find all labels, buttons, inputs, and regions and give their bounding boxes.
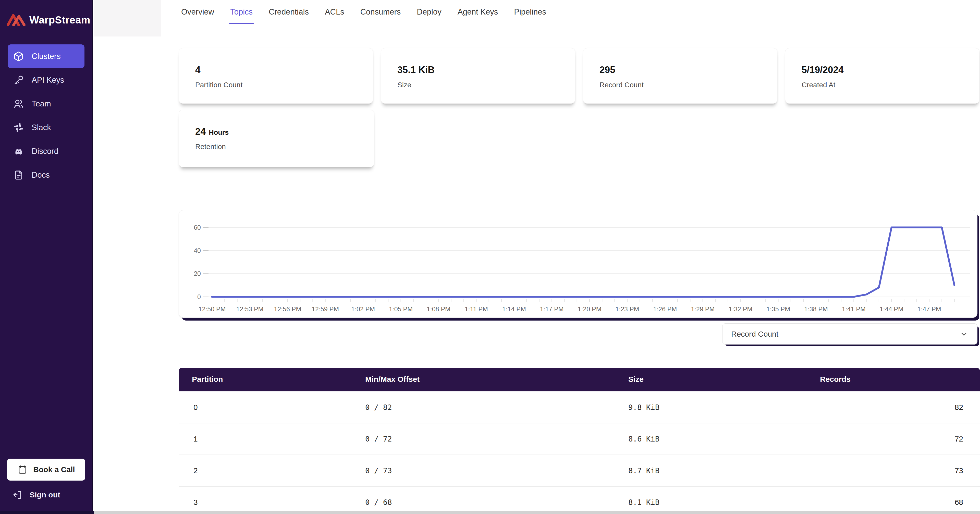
- sidebar-item-discord[interactable]: Discord: [8, 139, 84, 163]
- log-out-icon: [12, 490, 23, 500]
- cell-partition: 3: [179, 498, 365, 507]
- brand: WarpStream: [0, 0, 92, 27]
- retention-label: Retention: [195, 143, 374, 151]
- tab-overview[interactable]: Overview: [181, 0, 214, 24]
- svg-text:1:47 PM: 1:47 PM: [918, 306, 941, 313]
- column-header-records: Records: [820, 375, 980, 384]
- tab-topics[interactable]: Topics: [230, 0, 253, 24]
- tab-consumers[interactable]: Consumers: [360, 0, 401, 24]
- cell-size: 8.7 KiB: [628, 466, 820, 475]
- svg-text:1:17 PM: 1:17 PM: [540, 306, 564, 313]
- book-a-call-button[interactable]: Book a Call: [7, 458, 85, 481]
- svg-text:12:50 PM: 12:50 PM: [198, 306, 226, 313]
- slack-logo-icon: [13, 122, 24, 133]
- cell-records: 68: [820, 498, 980, 507]
- header-placeholder: [94, 0, 161, 37]
- svg-text:1:08 PM: 1:08 PM: [427, 306, 450, 313]
- stat-label: Size: [397, 81, 575, 89]
- svg-text:60: 60: [194, 224, 201, 231]
- stat-cards-row: 4Partition Count35.1 KiBSize295Record Co…: [179, 48, 980, 103]
- document-icon: [13, 170, 24, 180]
- partitions-table: PartitionMin/Max OffsetSizeRecords 00 / …: [179, 368, 980, 514]
- app-root: WarpStream ClustersAPI KeysTeamSlackDisc…: [0, 0, 980, 514]
- line-chart: 020406012:50 PM12:53 PM12:56 PM12:59 PM1…: [179, 210, 977, 317]
- svg-text:1:26 PM: 1:26 PM: [653, 306, 677, 313]
- cell-size: 8.6 KiB: [628, 434, 820, 443]
- sidebar-item-label: Clusters: [32, 52, 61, 61]
- svg-text:12:59 PM: 12:59 PM: [312, 306, 339, 313]
- calendar-icon: [18, 465, 27, 475]
- sidebar-item-api-keys[interactable]: API Keys: [8, 68, 84, 92]
- svg-text:1:32 PM: 1:32 PM: [729, 306, 752, 313]
- cell-min-max-offset: 0 / 73: [365, 466, 628, 475]
- svg-text:1:44 PM: 1:44 PM: [880, 306, 904, 313]
- svg-text:1:29 PM: 1:29 PM: [691, 306, 714, 313]
- svg-text:1:02 PM: 1:02 PM: [351, 306, 375, 313]
- retention-card: 24Hours Retention: [179, 110, 374, 167]
- stat-label: Created At: [802, 81, 979, 89]
- svg-text:1:05 PM: 1:05 PM: [389, 306, 413, 313]
- sidebar-item-slack[interactable]: Slack: [8, 116, 84, 139]
- sign-out-button[interactable]: Sign out: [12, 490, 60, 500]
- cell-records: 73: [820, 466, 980, 475]
- svg-text:1:23 PM: 1:23 PM: [615, 306, 639, 313]
- bottom-scrollbar-left: [0, 511, 94, 514]
- svg-text:40: 40: [194, 247, 201, 254]
- stat-card-partition-count: 4Partition Count: [179, 48, 373, 103]
- table-row[interactable]: 00 / 829.8 KiB82: [179, 392, 980, 423]
- bottom-scrollbar[interactable]: [0, 511, 980, 514]
- sidebar-item-team[interactable]: Team: [8, 92, 84, 116]
- retention-value: 24Hours: [195, 126, 374, 137]
- sidebar-item-clusters[interactable]: Clusters: [8, 45, 84, 68]
- table-row[interactable]: 30 / 688.1 KiB68: [179, 486, 980, 514]
- cell-partition: 0: [179, 403, 365, 412]
- tab-bar: OverviewTopicsCredentialsACLsConsumersDe…: [179, 0, 980, 24]
- svg-text:12:56 PM: 12:56 PM: [274, 306, 301, 313]
- cell-min-max-offset: 0 / 82: [365, 403, 628, 412]
- cell-size: 9.8 KiB: [628, 403, 820, 412]
- svg-text:12:53 PM: 12:53 PM: [236, 306, 263, 313]
- cube-icon: [13, 51, 24, 62]
- tab-deploy[interactable]: Deploy: [417, 0, 442, 24]
- tab-agent-keys[interactable]: Agent Keys: [458, 0, 498, 24]
- tab-credentials[interactable]: Credentials: [269, 0, 309, 24]
- stat-card-record-count: 295Record Count: [583, 48, 777, 103]
- sidebar-nav: ClustersAPI KeysTeamSlackDiscordDocs: [0, 45, 92, 187]
- cell-min-max-offset: 0 / 68: [365, 498, 628, 507]
- svg-text:1:14 PM: 1:14 PM: [502, 306, 526, 313]
- sign-out-label: Sign out: [30, 490, 60, 499]
- table-header-row: PartitionMin/Max OffsetSizeRecords: [179, 368, 980, 392]
- svg-text:20: 20: [194, 270, 201, 277]
- svg-text:1:11 PM: 1:11 PM: [465, 306, 488, 313]
- stat-value: 4: [195, 65, 373, 75]
- brand-name: WarpStream: [29, 14, 90, 26]
- sidebar-item-label: Discord: [32, 147, 59, 156]
- stat-value: 295: [600, 65, 777, 75]
- cell-size: 8.1 KiB: [628, 498, 820, 507]
- users-icon: [13, 99, 24, 109]
- record-count-chart: 020406012:50 PM12:53 PM12:56 PM12:59 PM1…: [179, 210, 977, 318]
- bottom-scrollbar-track: [94, 511, 980, 514]
- sidebar-item-label: API Keys: [32, 76, 64, 85]
- table-row[interactable]: 10 / 728.6 KiB72: [179, 423, 980, 455]
- sidebar-item-label: Slack: [32, 123, 51, 132]
- stat-value: 35.1 KiB: [397, 65, 575, 75]
- book-a-call-label: Book a Call: [33, 465, 75, 474]
- svg-text:1:35 PM: 1:35 PM: [767, 306, 790, 313]
- table-row[interactable]: 20 / 738.7 KiB73: [179, 455, 980, 486]
- metric-select-value: Record Count: [731, 330, 778, 338]
- cell-records: 72: [820, 434, 980, 443]
- stat-card-size: 35.1 KiBSize: [381, 48, 575, 103]
- svg-text:1:38 PM: 1:38 PM: [804, 306, 828, 313]
- metric-select[interactable]: Record Count: [722, 323, 977, 345]
- sidebar-item-docs[interactable]: Docs: [8, 163, 84, 187]
- tab-acls[interactable]: ACLs: [325, 0, 344, 24]
- column-header-min-max-offset: Min/Max Offset: [365, 375, 628, 384]
- stat-label: Record Count: [600, 81, 777, 89]
- main-area: OverviewTopicsCredentialsACLsConsumersDe…: [94, 0, 980, 514]
- column-header-size: Size: [628, 375, 820, 384]
- tab-pipelines[interactable]: Pipelines: [514, 0, 546, 24]
- column-header-partition: Partition: [179, 375, 365, 384]
- warpstream-logo-icon: [6, 13, 26, 27]
- sidebar-item-label: Team: [32, 99, 51, 108]
